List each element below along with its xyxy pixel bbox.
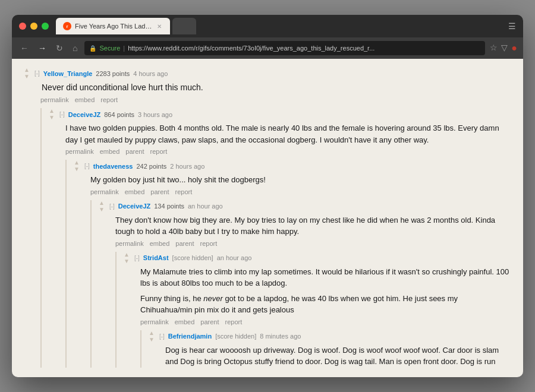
permalink-action[interactable]: permalink: [115, 240, 144, 247]
upvote-button[interactable]: ▲: [99, 200, 105, 206]
forward-button[interactable]: →: [36, 42, 49, 54]
comment-actions: permalink embed parent report: [115, 240, 511, 247]
account-icon[interactable]: ●: [511, 43, 517, 53]
comment-thedaveness: ▲ ▼ [-] thedaveness 242 points 2 hours a…: [74, 160, 511, 368]
permalink-action[interactable]: permalink: [40, 96, 69, 103]
downvote-button[interactable]: ▼: [99, 207, 105, 213]
close-button[interactable]: [19, 23, 26, 30]
collapse-button[interactable]: [-]: [84, 163, 90, 169]
report-action[interactable]: report: [200, 240, 218, 247]
comment-body: Dog is hear car woooosh up driveway. Dog…: [165, 344, 511, 368]
collapse-button[interactable]: [-]: [134, 255, 140, 261]
collapse-button[interactable]: [-]: [109, 203, 115, 210]
report-action[interactable]: report: [150, 148, 168, 155]
parent-action[interactable]: parent: [150, 188, 169, 195]
comment-header: ▲ ▼ [-] thedaveness 242 points 2 hours a…: [74, 160, 511, 172]
permalink-action[interactable]: permalink: [65, 148, 94, 155]
time: 3 hours ago: [138, 111, 172, 118]
minimize-button[interactable]: [30, 23, 37, 30]
downvote-button[interactable]: ▼: [49, 115, 55, 121]
comment-header: ▲ ▼ [-] DeceiveJZ 864 points 3 hours ago: [49, 108, 511, 121]
secure-label: Secure: [99, 45, 120, 52]
back-button[interactable]: ←: [18, 42, 31, 54]
time: 4 hours ago: [133, 70, 168, 77]
comment-body: They don't know how big they are. My boy…: [115, 214, 511, 238]
collapse-button[interactable]: [-]: [159, 333, 165, 340]
time: 2 hours ago: [170, 163, 204, 170]
embed-action[interactable]: embed: [150, 240, 170, 247]
upvote-button[interactable]: ▲: [124, 252, 130, 258]
tab-title: Five Years Ago This Lady Resc: [75, 23, 152, 30]
home-button[interactable]: ⌂: [70, 42, 80, 54]
username[interactable]: StridAst: [143, 254, 169, 261]
upvote-button[interactable]: ▲: [149, 330, 155, 336]
maximize-button[interactable]: [42, 23, 49, 30]
url-text: https://www.reddit.com/r/gifs/comments/7…: [128, 45, 374, 52]
points: 2283 points: [96, 70, 130, 77]
time: an hour ago: [188, 203, 223, 210]
embed-action[interactable]: embed: [175, 318, 195, 325]
permalink-action[interactable]: permalink: [140, 318, 169, 325]
vote-arrows: ▲ ▼: [74, 160, 80, 172]
nested-comment-deceivejz: ▲ ▼ [-] DeceiveJZ 864 points 3 hours ago…: [40, 108, 511, 368]
reload-button[interactable]: ↻: [54, 42, 65, 54]
comment-actions: permalink embed parent report: [90, 188, 511, 195]
username[interactable]: DeceiveJZ: [118, 203, 150, 210]
tab-close-button[interactable]: ✕: [156, 23, 163, 30]
comment-deceivejz-2: ▲ ▼ [-] DeceiveJZ 134 points an hour ago: [99, 200, 511, 368]
upvote-button[interactable]: ▲: [49, 108, 55, 114]
menu-icon[interactable]: ☰: [508, 21, 516, 31]
downvote-button[interactable]: ▼: [24, 74, 30, 80]
upvote-button[interactable]: ▲: [74, 160, 80, 166]
vote-arrows: ▲ ▼: [149, 330, 155, 343]
report-action[interactable]: report: [100, 96, 118, 103]
tabs-area: r Five Years Ago This Lady Resc ✕: [56, 18, 508, 34]
parent-action[interactable]: parent: [175, 240, 194, 247]
browser-window: r Five Years Ago This Lady Resc ✕ ☰ ← → …: [12, 15, 523, 377]
report-action[interactable]: report: [175, 188, 193, 195]
nested-comment-thedaveness: ▲ ▼ [-] thedaveness 242 points 2 hours a…: [65, 160, 511, 368]
vote-arrows: ▲ ▼: [24, 67, 30, 80]
username[interactable]: Befriendjamin: [168, 333, 212, 340]
username[interactable]: DeceiveJZ: [68, 111, 100, 118]
embed-action[interactable]: embed: [125, 188, 145, 195]
comment-body: I have two golden puppies. Both 4 months…: [65, 122, 511, 146]
traffic-lights: [19, 23, 49, 30]
nested-comment-stridast: ▲ ▼ [-] StridAst [score hidden] an hour …: [115, 252, 511, 368]
new-tab[interactable]: [172, 18, 196, 34]
downvote-button[interactable]: ▼: [124, 258, 130, 264]
score-hidden: [score hidden]: [215, 333, 256, 340]
vote-arrows: ▲ ▼: [49, 108, 55, 121]
embed-action[interactable]: embed: [100, 148, 120, 155]
shield-icon[interactable]: ▽: [501, 43, 508, 53]
embed-action[interactable]: embed: [75, 96, 95, 103]
comment-actions: permalink embed parent report: [140, 318, 511, 325]
nav-bar: ← → ↻ ⌂ 🔒 Secure | https://www.reddit.co…: [12, 37, 523, 59]
content-area[interactable]: ▲ ▼ [-] Yellow_Triangle 2283 points 4 ho…: [12, 59, 523, 377]
upvote-button[interactable]: ▲: [24, 67, 30, 73]
parent-action[interactable]: parent: [200, 318, 219, 325]
comment-body: Never did unconditional love hurt this m…: [42, 81, 511, 94]
comment-body: My golden boy just hit two... holy shit …: [90, 174, 511, 186]
report-action[interactable]: report: [225, 318, 243, 325]
downvote-button[interactable]: ▼: [74, 166, 80, 172]
score-hidden: [score hidden]: [172, 254, 213, 261]
comment-deceivejz: ▲ ▼ [-] DeceiveJZ 864 points 3 hours ago…: [49, 108, 511, 368]
active-tab[interactable]: r Five Years Ago This Lady Resc ✕: [56, 18, 170, 34]
time: 8 minutes ago: [260, 333, 301, 340]
collapse-button[interactable]: [-]: [34, 70, 40, 77]
comment-befriendjamin: ▲ ▼ [-] Befriendjamin [score hidden]: [149, 330, 511, 368]
parent-action[interactable]: parent: [125, 148, 144, 155]
points: 242 points: [136, 163, 166, 170]
downvote-button[interactable]: ▼: [149, 337, 155, 343]
username[interactable]: Yellow_Triangle: [43, 70, 93, 77]
comment-stridast: ▲ ▼ [-] StridAst [score hidden] an hour …: [124, 252, 511, 368]
nav-actions: ☆ ▽ ●: [490, 43, 517, 53]
comment-body: My Malamute tries to climb into my lap s…: [140, 266, 511, 289]
collapse-button[interactable]: [-]: [59, 111, 65, 118]
username[interactable]: thedaveness: [93, 163, 133, 170]
permalink-action[interactable]: permalink: [90, 188, 119, 195]
bookmark-icon[interactable]: ☆: [490, 43, 498, 53]
nested-comment-befriendjamin: ▲ ▼ [-] Befriendjamin [score hidden]: [140, 330, 511, 368]
address-bar[interactable]: 🔒 Secure | https://www.reddit.com/r/gifs…: [84, 41, 485, 55]
